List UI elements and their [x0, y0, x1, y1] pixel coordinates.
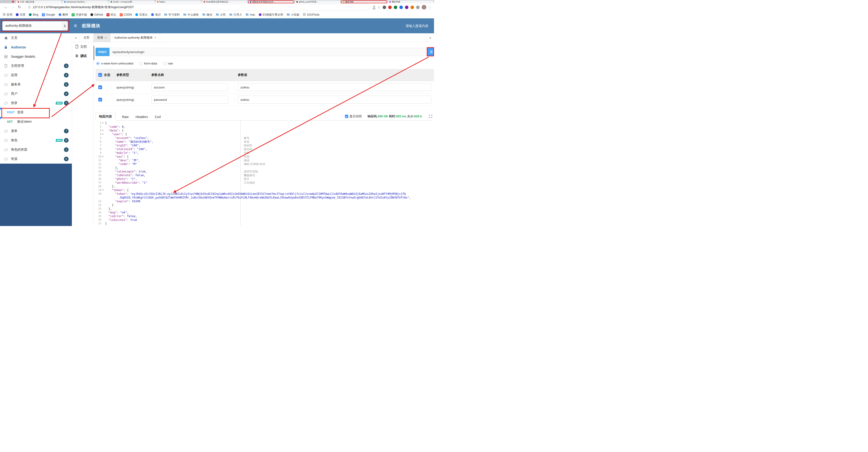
bookmark-item[interactable]: CCSDN [120, 13, 132, 16]
bookmark-star-icon[interactable]: ☆ [377, 6, 380, 9]
bookmark-item[interactable]: 学习资料 [164, 13, 180, 17]
content-type-raw[interactable]: raw [163, 62, 173, 65]
sidebar-item-login[interactable]: 登录NEW2 [0, 98, 72, 108]
request-path[interactable]: /api/authority/anno/login [110, 48, 426, 56]
column-header: 参数名称 [149, 73, 235, 77]
browser-tab[interactable]: habse [155, 0, 201, 3]
extension-icon[interactable] [394, 6, 397, 9]
row-checkbox[interactable] [98, 85, 102, 89]
bookmark-item[interactable]: 小目标 [287, 13, 300, 17]
tab-raw[interactable]: Raw [122, 113, 129, 120]
bookmark-item[interactable]: Bing [29, 13, 38, 16]
fold-icon[interactable]: ▼ [102, 133, 103, 136]
param-value-input[interactable] [238, 96, 431, 104]
extension-icon[interactable] [383, 6, 386, 9]
browser-tab[interactable]: 国际收支申报相关业务… [248, 0, 294, 3]
tab-response-content[interactable]: 响应内容 [96, 113, 116, 120]
tabs-scroll-left[interactable]: « [72, 33, 80, 42]
browser-tab[interactable]: temporary-interface… [62, 0, 108, 3]
bookmark-item[interactable]: ES搜索引擎文档 [259, 13, 283, 17]
browser-tab[interactable]: 啊哈利器 [388, 0, 434, 3]
sidebar-item-user[interactable]: 用户9 [0, 89, 72, 98]
browser-menu-icon[interactable]: ⋮ [428, 5, 432, 9]
bookmark-item[interactable]: mac [246, 13, 255, 17]
content-type-form-data[interactable]: form-data [139, 62, 157, 65]
page-info-icon[interactable]: ⓘ [28, 5, 31, 9]
show-description-toggle[interactable]: 显示说明 [345, 114, 362, 120]
sidebar-item-verify-token-get[interactable]: GET验证token [0, 117, 72, 126]
tabs-scroll-right[interactable]: » [426, 33, 434, 42]
fold-icon[interactable]: ▼ [102, 188, 103, 192]
param-name-input[interactable] [151, 96, 228, 104]
bookmark-item[interactable]: C开源中国 [71, 13, 87, 17]
bookmark-item[interactable]: GitHub [90, 13, 103, 16]
browser-tab[interactable]: 主页 | 建议反馈 [16, 0, 62, 3]
scrollbar-thumb[interactable] [93, 46, 94, 60]
row-checkbox[interactable] [98, 98, 102, 102]
sidebar-item-app[interactable]: 应用5 [0, 70, 72, 80]
bookmark-item[interactable]: 微信 [202, 13, 212, 17]
tab-headers[interactable]: Headers [135, 113, 148, 120]
header-search-input[interactable] [386, 24, 429, 28]
fold-icon[interactable]: ▼ [102, 121, 103, 125]
reload-icon[interactable]: ↻ [18, 5, 21, 9]
sidebar-item-service[interactable]: 服务表6 [0, 80, 72, 89]
address-bar[interactable]: ⓘ 127.0.0.1:8760/api/gate/doc.html#/auth… [25, 4, 369, 10]
profile-avatar[interactable] [422, 5, 426, 9]
tab-debug[interactable]: 调试 [72, 51, 93, 61]
browser-tab[interactable]: Redis缓存过期与淘汰策… [202, 0, 248, 3]
fullscreen-icon[interactable] [429, 115, 432, 120]
extension-icon[interactable] [388, 6, 392, 9]
browser-tab[interactable]: SAND—Compose两… [109, 0, 155, 3]
bookmark-label: 百度云 [139, 13, 148, 17]
tab-curl[interactable]: Curl [154, 113, 161, 120]
bookmark-item[interactable]: 笔记 [151, 13, 161, 17]
sidebar-item-swagger-models[interactable]: Swagger Models [0, 52, 72, 61]
code-line: 27} [93, 222, 434, 226]
sidebar-item-home[interactable]: 主页 [0, 33, 72, 43]
extension-icon[interactable] [399, 6, 403, 9]
sidebar-item-resource[interactable]: 资源6 [0, 154, 72, 164]
bookmark-item[interactable]: 百度云 [135, 13, 148, 17]
close-tab-icon[interactable]: × [105, 36, 107, 39]
extension-icon[interactable] [405, 6, 408, 9]
sidebar-item-doc-manage[interactable]: 文档管理3 [0, 61, 72, 70]
forward-icon[interactable]: → [11, 5, 14, 9]
send-button[interactable]: 发 [427, 48, 434, 56]
sidebar-item-authorize[interactable]: Authorize [0, 43, 72, 52]
url-text[interactable]: 127.0.0.1:8760/api/gate/doc.html#/author… [33, 5, 134, 9]
bookmark-item[interactable]: 应用 [3, 13, 12, 17]
sidebar-item-role-resource[interactable]: 角色的资源1 [0, 145, 72, 154]
translate-icon[interactable]: 文 [373, 5, 375, 9]
sidebar-item-menu[interactable]: 菜单7 [0, 126, 72, 136]
extension-icon[interactable] [416, 6, 420, 9]
param-name-input[interactable] [151, 83, 228, 91]
menu-icon[interactable]: ≡ [74, 23, 77, 29]
sidebar-item-login-post[interactable]: POST登录 [0, 108, 72, 117]
module-select[interactable]: authority-权限模块 [2, 21, 68, 30]
back-icon[interactable]: ← [4, 5, 8, 9]
bookmark-item[interactable]: 1024Tools [303, 13, 320, 17]
browser-tab[interactable]: 最新消息 [341, 0, 387, 3]
fold-icon[interactable]: ▼ [102, 155, 103, 159]
fold-icon[interactable]: ▼ [102, 129, 103, 133]
bookmark-item[interactable]: 百度 [16, 13, 25, 17]
close-tab-icon[interactable]: × [154, 36, 156, 39]
select-all-checkbox[interactable] [98, 73, 102, 77]
bookmark-item[interactable]: 翻译 [59, 13, 68, 17]
bookmark-item[interactable]: GGoogle [42, 13, 55, 16]
bookmark-item[interactable]: G码云 [106, 13, 116, 17]
code-line: .DqDXZd_Y0iWkgYJt1OGh_puSkB7QZlWmYkH9RZY… [93, 196, 434, 199]
bookmark-item[interactable]: 什么都有 [183, 13, 199, 17]
extension-icon[interactable] [410, 6, 414, 9]
tab-login[interactable]: 登录 × [93, 33, 111, 42]
tab-home[interactable]: 主页 [80, 33, 93, 42]
bookmark-item[interactable]: 公司 [216, 13, 226, 17]
bookmark-item[interactable]: 已导入 [229, 13, 242, 17]
param-value-input[interactable] [238, 83, 431, 91]
content-type-urlencoded[interactable]: x-www-form-urlencoded [96, 62, 133, 65]
sidebar-item-role[interactable]: 角色NEW8 [0, 136, 72, 145]
tab-document[interactable]: 文档 [72, 42, 93, 51]
browser-tab[interactable]: github_push代码贡… [294, 0, 341, 3]
tab-authorize[interactable]: Authorize-authority-权限模块 × [111, 33, 160, 42]
